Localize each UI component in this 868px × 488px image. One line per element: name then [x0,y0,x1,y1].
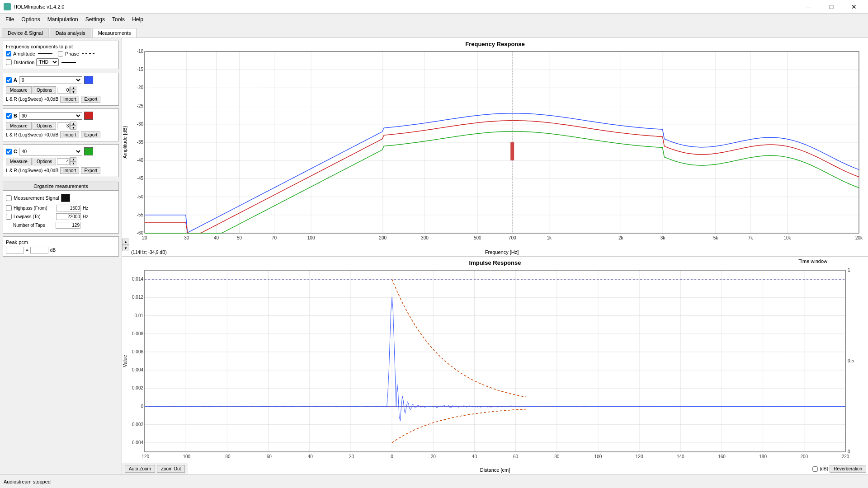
auto-zoom-button[interactable]: Auto Zoom [125,465,155,473]
measure-b-checkbox[interactable] [6,113,12,119]
menu-help[interactable]: Help [128,15,147,24]
measure-c-button[interactable]: Measure [6,158,32,165]
db-checkbox[interactable] [812,466,818,472]
ms-checkbox[interactable] [6,195,12,201]
maximize-button[interactable]: □ [821,0,842,14]
phase-checkbox[interactable] [58,51,63,56]
lowpass-hz: Hz [83,214,88,219]
measure-b-logsweep-label: L & R (LogSweep) +0,0dB [6,132,58,137]
measure-c-header: C 40 [6,147,116,155]
measure-b-export[interactable]: Export [81,131,100,138]
measure-c-id: C [14,149,17,154]
measure-b-buttons: Measure Options ▲ ▼ [6,122,116,130]
menu-settings[interactable]: Settings [82,15,108,24]
peak-eq-label: = [26,248,28,253]
tab-bar: Device & Signal Data analysis Measuremen… [0,25,868,38]
measure-b-spinner-up[interactable]: ▲ [70,122,76,126]
phase-line [82,53,96,54]
measure-b-spinner-down[interactable]: ▼ [70,126,76,130]
measure-b-spinner: ▲ ▼ [57,122,76,130]
freq-scroll-down[interactable]: ▼ [122,245,129,251]
measure-c-export[interactable]: Export [81,167,100,174]
measure-c-options[interactable]: Options [33,158,56,165]
measure-a-button[interactable]: Measure [6,86,32,94]
distortion-row: Distortion THD2nd3rd [6,58,116,66]
measure-a-spinner-input[interactable] [57,87,70,94]
measure-c-spinner-up[interactable]: ▲ [70,157,76,161]
amplitude-row: Amplitude Phase [6,51,116,56]
measure-b-id: B [14,113,17,118]
taps-input[interactable] [56,222,80,229]
lowpass-checkbox[interactable] [6,214,12,220]
left-panel: Frequency components to plot Amplitude P… [0,38,122,474]
menu-file[interactable]: File [2,15,18,24]
measure-c-select[interactable]: 40 [19,148,82,155]
amplitude-label: Amplitude [13,51,35,56]
measure-a-import[interactable]: Import [60,96,79,103]
measure-c-spinner-down[interactable]: ▼ [70,161,76,165]
lowpass-input[interactable] [56,213,81,220]
lowpass-label: Lowpass (To) [14,214,54,219]
menu-tools[interactable]: Tools [108,15,128,24]
measure-c-import[interactable]: Import [60,167,79,174]
impulse-chart-canvas [122,257,868,474]
measure-c-color[interactable] [84,147,93,155]
highpass-input[interactable] [56,205,81,211]
organize-measurements-button[interactable]: Organize measurements [3,182,119,191]
peak-label: Peak pcm [6,239,116,245]
title-bar: HOLMImpulse v1.4.2.0 ─ □ ✕ [0,0,868,14]
measure-a-options[interactable]: Options [33,86,56,94]
minimize-button[interactable]: ─ [798,0,819,14]
measure-a-checkbox[interactable] [6,77,12,83]
measure-b-select[interactable]: 30 [19,112,82,120]
measure-c-buttons: Measure Options ▲ ▼ [6,157,116,165]
freq-chart-canvas [122,38,868,256]
measure-b-spinner-input[interactable] [57,122,70,129]
peak-input-right[interactable] [30,247,48,253]
highpass-row: Highpass (From) Hz [6,205,116,211]
measure-b-options[interactable]: Options [33,122,56,130]
tab-data-analysis[interactable]: Data analysis [50,28,91,38]
measure-a-buttons: Measure Options ▲ ▼ [6,86,116,94]
tab-measurements[interactable]: Measurements [92,28,137,38]
measure-c-spinner: ▲ ▼ [57,157,76,165]
measure-b-import[interactable]: Import [60,131,79,138]
freq-scroll-up[interactable]: ▲ [122,239,129,245]
phase-label: Phase [65,51,79,56]
distortion-type-select[interactable]: THD2nd3rd [36,58,59,66]
measure-a-spinner-down[interactable]: ▼ [70,90,76,94]
distortion-checkbox[interactable] [6,59,12,65]
measure-c-spinner-input[interactable] [57,158,70,165]
app-title: HOLMImpulse v1.4.2.0 [14,4,65,9]
menu-options[interactable]: Options [18,15,43,24]
close-button[interactable]: ✕ [844,0,864,14]
tab-device-signal[interactable]: Device & Signal [2,28,49,38]
freq-scroll-btns: ▲ ▼ [122,239,129,251]
highpass-checkbox[interactable] [6,205,12,211]
menu-manipulation[interactable]: Manipulation [44,15,82,24]
peak-input-left[interactable] [6,247,24,253]
measure-group-a: A 0 Measure Options ▲ ▼ L & R (LogSweep)… [3,73,119,106]
taps-row: Number of Taps [6,222,116,229]
measure-b-button[interactable]: Measure [6,122,32,130]
zoom-out-button[interactable]: Zoom Out [157,465,185,473]
coord-display: (114Hz; -34,9 dB) [131,250,167,255]
measure-a-color[interactable] [84,76,93,84]
measure-c-logsweep-label: L & R (LogSweep) +0,0dB [6,168,58,173]
impulse-chart-area: Auto Zoom Zoom Out Time window [dB] Reve… [122,256,868,474]
reverberation-button[interactable]: Reverberation [830,465,866,473]
status-bar: Audiostream stopped [0,474,868,488]
peak-section: Peak pcm = dB [3,236,119,257]
measure-b-header: B 30 [6,112,116,120]
window-controls: ─ □ ✕ [798,0,864,14]
peak-db-label: dB [50,248,56,253]
measure-a-logsweep-row: L & R (LogSweep) +0,0dB Import Export [6,96,116,103]
measure-a-select[interactable]: 0 [19,76,82,84]
measure-a-export[interactable]: Export [81,96,100,103]
measure-c-checkbox[interactable] [6,149,12,155]
measure-b-color[interactable] [84,112,93,120]
amplitude-checkbox[interactable] [6,51,11,56]
taps-label: Number of Taps [13,223,54,228]
measure-a-spinner-up[interactable]: ▲ [70,86,76,90]
highpass-hz: Hz [83,206,88,211]
